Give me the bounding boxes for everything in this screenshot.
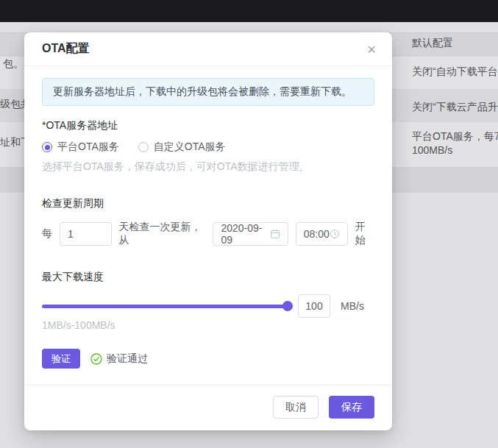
dialog-footer: 取消 保存	[24, 385, 392, 430]
verify-row: 验证 验证通过	[42, 349, 374, 369]
ota-config-dialog: OTA配置 × 更新服务器地址后，下载中的升级包将会被删除，需要重新下载。 *O…	[24, 32, 392, 430]
close-icon[interactable]: ×	[364, 40, 379, 58]
save-button[interactable]: 保存	[329, 396, 374, 419]
server-address-label: *OTA服务器地址	[42, 119, 374, 132]
check-period-title: 检查更新周期	[42, 197, 374, 210]
max-speed-title: 最大下载速度	[42, 271, 374, 284]
clock-icon	[330, 229, 340, 239]
speed-input[interactable]: 100	[298, 294, 330, 318]
period-suffix: 开始	[355, 221, 374, 247]
period-middle: 天检查一次更新，从	[119, 221, 206, 247]
verify-status: 验证通过	[90, 352, 148, 366]
calendar-icon	[270, 229, 280, 239]
radio-platform-label: 平台OTA服务	[57, 141, 119, 154]
max-speed-row: 100 MB/s	[42, 294, 374, 318]
server-hint: 选择平台OTA服务，保存成功后，可对OTA数据进行管理。	[42, 160, 374, 174]
period-prefix: 每	[42, 227, 52, 241]
radio-custom-ota[interactable]: 自定义OTA服务	[138, 141, 226, 154]
days-input[interactable]: 1	[60, 222, 112, 246]
top-bar	[0, 0, 498, 22]
speed-unit: MB/s	[341, 300, 364, 312]
radio-selected-icon	[42, 142, 52, 152]
time-picker[interactable]: 08:00	[296, 222, 348, 246]
check-circle-icon	[90, 353, 102, 365]
slider-track[interactable]	[42, 305, 288, 308]
screen: 包。 级包共 址和下 默认配置 关闭“自动下载平台升 关闭“下载云产品升级 平台…	[0, 0, 498, 448]
radio-custom-label: 自定义OTA服务	[154, 141, 226, 154]
verify-button[interactable]: 验证	[42, 349, 80, 369]
info-alert: 更新服务器地址后，下载中的升级包将会被删除，需要重新下载。	[42, 78, 374, 106]
slider-fill	[42, 305, 288, 308]
slider-handle[interactable]	[282, 301, 293, 311]
speed-slider[interactable]	[42, 294, 288, 318]
dialog-body: 更新服务器地址后，下载中的升级包将会被删除，需要重新下载。 *OTA服务器地址 …	[24, 66, 392, 369]
date-value: 2020-09-09	[221, 222, 269, 246]
dialog-title: OTA配置	[42, 41, 90, 57]
verify-status-text: 验证通过	[107, 352, 148, 366]
time-value: 08:00	[304, 228, 330, 240]
check-period-row: 每 1 天检查一次更新，从 2020-09-09 08:0	[42, 221, 374, 247]
server-type-radio-group: 平台OTA服务 自定义OTA服务	[42, 141, 374, 154]
radio-platform-ota[interactable]: 平台OTA服务	[42, 141, 119, 154]
dialog-header: OTA配置 ×	[24, 32, 392, 66]
date-picker[interactable]: 2020-09-09	[213, 222, 288, 246]
radio-unselected-icon	[138, 142, 149, 152]
speed-range-hint: 1MB/s-100MB/s	[42, 319, 374, 331]
cancel-button[interactable]: 取消	[273, 396, 319, 419]
